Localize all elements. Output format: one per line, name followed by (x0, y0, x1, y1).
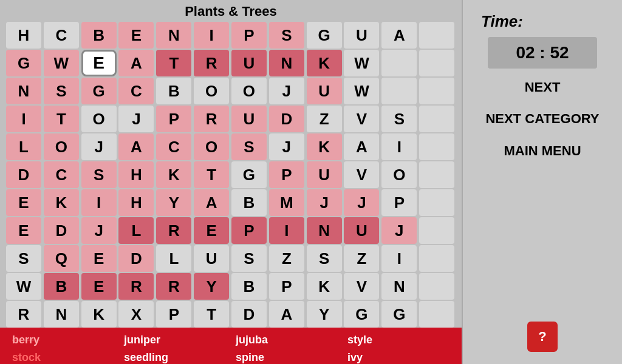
grid-cell[interactable] (419, 273, 454, 300)
grid-cell[interactable]: P (231, 217, 267, 244)
grid-cell[interactable]: R (156, 217, 191, 244)
grid-cell[interactable]: M (269, 189, 304, 216)
grid-cell[interactable]: W (6, 273, 41, 300)
grid-cell[interactable]: O (194, 78, 229, 104)
grid-cell[interactable]: L (118, 217, 154, 244)
grid-cell[interactable]: U (231, 106, 267, 132)
grid-cell[interactable] (419, 217, 454, 244)
grid-cell[interactable] (419, 50, 454, 76)
grid-cell[interactable]: D (231, 301, 267, 328)
grid-cell[interactable]: J (81, 217, 117, 244)
grid-cell[interactable]: C (44, 22, 79, 49)
grid-cell[interactable]: U (307, 78, 342, 104)
grid-cell[interactable]: W (344, 78, 379, 104)
grid-cell[interactable]: I (269, 217, 304, 244)
grid-cell[interactable]: B (156, 78, 191, 104)
grid-cell[interactable]: I (381, 245, 417, 272)
grid-cell[interactable]: E (81, 273, 117, 300)
grid-cell[interactable]: D (6, 161, 41, 188)
grid-cell[interactable]: T (194, 161, 229, 188)
grid-cell[interactable]: E (6, 189, 41, 216)
grid-cell[interactable]: T (44, 106, 79, 132)
grid-cell[interactable]: P (156, 106, 191, 132)
grid-cell[interactable] (419, 106, 454, 132)
grid-cell[interactable]: Y (156, 189, 191, 216)
grid-cell[interactable] (381, 50, 417, 76)
grid-cell[interactable]: R (118, 273, 154, 300)
grid-cell[interactable] (419, 245, 454, 272)
grid-cell[interactable]: C (44, 161, 79, 188)
grid-cell[interactable]: U (231, 50, 267, 76)
grid-cell[interactable]: A (118, 50, 154, 76)
grid-cell[interactable]: N (307, 217, 342, 244)
grid-cell[interactable]: S (231, 133, 267, 160)
grid-cell[interactable]: K (156, 161, 191, 188)
grid-cell[interactable]: R (194, 50, 229, 76)
grid-cell[interactable]: C (118, 78, 154, 104)
grid-cell[interactable]: S (381, 106, 417, 132)
grid-cell[interactable]: N (269, 50, 304, 76)
grid-cell[interactable]: Z (307, 106, 342, 132)
grid-cell[interactable]: H (118, 161, 154, 188)
grid-cell[interactable]: I (81, 189, 117, 216)
grid-cell[interactable]: X (118, 301, 154, 328)
grid-cell[interactable]: S (6, 245, 41, 272)
grid-cell[interactable]: E (118, 22, 154, 49)
grid-cell[interactable]: A (344, 133, 379, 160)
grid-cell[interactable]: J (344, 189, 379, 216)
grid-cell[interactable]: G (307, 22, 342, 49)
grid-cell[interactable]: A (118, 133, 154, 160)
grid-cell[interactable]: S (231, 245, 267, 272)
grid-cell[interactable]: W (44, 50, 79, 76)
grid-cell[interactable]: G (6, 50, 41, 76)
grid-cell[interactable]: E (6, 217, 41, 244)
grid-cell[interactable]: G (381, 301, 417, 328)
grid-cell[interactable]: U (344, 22, 379, 49)
grid-cell[interactable]: U (344, 217, 379, 244)
grid-cell[interactable]: P (269, 161, 304, 188)
grid-cell[interactable]: O (44, 133, 79, 160)
grid-cell[interactable]: E (194, 217, 229, 244)
grid-cell[interactable]: J (307, 189, 342, 216)
grid-cell[interactable]: V (344, 273, 379, 300)
grid-cell[interactable]: P (269, 273, 304, 300)
grid-cell[interactable]: H (6, 22, 41, 49)
grid-cell[interactable]: A (269, 301, 304, 328)
grid-cell[interactable]: A (381, 22, 417, 49)
grid-cell[interactable] (419, 78, 454, 104)
grid-cell[interactable]: K (44, 189, 79, 216)
grid-cell[interactable]: I (194, 22, 229, 49)
help-button[interactable]: ? (527, 322, 558, 352)
grid-cell[interactable] (419, 161, 454, 188)
grid-cell[interactable]: I (6, 106, 41, 132)
grid-cell[interactable]: O (81, 106, 117, 132)
grid-cell[interactable]: V (344, 161, 379, 188)
grid-cell[interactable]: J (118, 106, 154, 132)
grid-cell[interactable]: A (194, 189, 229, 216)
grid-cell[interactable]: G (231, 161, 267, 188)
grid-cell[interactable]: L (6, 133, 41, 160)
grid-cell[interactable]: N (156, 22, 191, 49)
grid-cell[interactable]: B (231, 273, 267, 300)
grid-cell[interactable]: S (44, 78, 79, 104)
grid-cell-selected[interactable]: E (81, 50, 117, 76)
grid-cell[interactable]: Y (307, 301, 342, 328)
grid-cell[interactable]: J (381, 217, 417, 244)
grid-cell[interactable]: R (156, 273, 191, 300)
grid-cell[interactable]: S (307, 245, 342, 272)
grid-cell[interactable]: Y (194, 273, 229, 300)
grid-cell[interactable]: E (81, 245, 117, 272)
grid-cell[interactable]: S (81, 161, 117, 188)
grid-cell[interactable] (419, 189, 454, 216)
grid-cell[interactable]: D (269, 106, 304, 132)
next-button[interactable]: NEXT (515, 75, 570, 100)
grid-cell[interactable]: Z (344, 245, 379, 272)
grid-cell[interactable]: W (344, 50, 379, 76)
next-category-button[interactable]: NEXT CATEGORY (476, 106, 609, 132)
grid-cell[interactable]: N (44, 301, 79, 328)
grid-cell[interactable]: G (344, 301, 379, 328)
grid-cell[interactable]: O (194, 133, 229, 160)
grid-cell[interactable]: B (231, 189, 267, 216)
grid-cell[interactable]: K (307, 133, 342, 160)
grid-cell[interactable]: N (6, 78, 41, 104)
